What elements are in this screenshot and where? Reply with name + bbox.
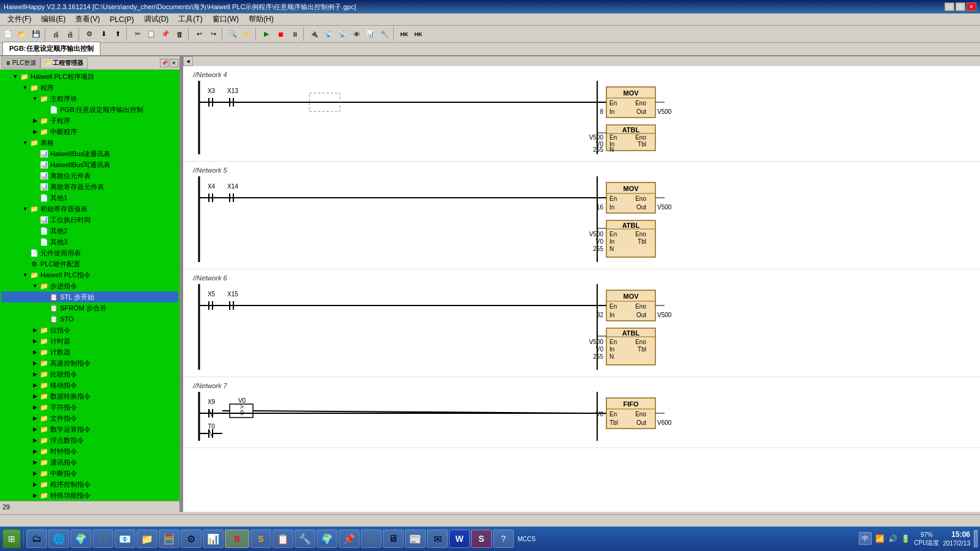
toolbar-btn3[interactable]: ⚡ xyxy=(240,28,254,41)
tree-item-compare[interactable]: ▶ 📁 比较指令 xyxy=(1,369,178,380)
taskbar-app-haiwell[interactable]: S xyxy=(225,530,249,548)
tree-item-hw-config[interactable]: ⚙ PLC硬件配置 xyxy=(1,258,178,269)
toolbar-pause[interactable]: ⏸ xyxy=(288,28,301,41)
toolbar-new[interactable]: 📄 xyxy=(1,28,15,41)
toolbar-btn2[interactable]: 🖨 xyxy=(63,28,77,41)
expander-main[interactable]: ▼ xyxy=(31,94,39,103)
toolbar-stop[interactable]: ⏹ xyxy=(274,28,287,41)
taskbar-app-app8[interactable]: ✉ xyxy=(427,530,448,548)
toolbar-redo[interactable]: ↪ xyxy=(206,28,220,41)
tree-item-transform[interactable]: ▶ 📁 数据转换指令 xyxy=(1,391,178,402)
tree-item-math[interactable]: ▶ 📁 数学运算指令 xyxy=(1,424,178,435)
tree-item-counter[interactable]: ▶ 📁 计数器 xyxy=(1,347,178,358)
taskbar-app-app3[interactable]: 📋 xyxy=(273,530,293,548)
toolbar-paste[interactable]: 📌 xyxy=(159,28,172,41)
tree-item-main[interactable]: ▼ 📁 主程序块 xyxy=(1,93,178,104)
close-button[interactable]: ✕ xyxy=(967,2,976,11)
toolbar-run[interactable]: ▶ xyxy=(260,28,273,41)
taskbar-app-outlook[interactable]: 📧 xyxy=(115,530,135,548)
minimize-button[interactable]: ─ xyxy=(944,2,954,11)
taskbar-app-chart[interactable]: 📊 xyxy=(203,530,224,548)
toolbar-save[interactable]: 💾 xyxy=(29,28,43,41)
tree-item-int[interactable]: ▶ 📁 中断程序 xyxy=(1,126,178,137)
sys-tray-network[interactable]: 📶 xyxy=(875,534,884,543)
tree-item-tables[interactable]: ▼ 📁 表格 xyxy=(1,137,178,148)
taskbar-clock[interactable]: 15:06 2017/2/13 xyxy=(943,530,971,549)
tree-item-comm[interactable]: ▶ 📁 通讯指令 xyxy=(1,457,178,468)
maximize-button[interactable]: □ xyxy=(956,2,965,11)
menu-edit[interactable]: 编辑(E) xyxy=(36,13,70,26)
tree-item-hwbus-w[interactable]: 📊 HaiwellBus写通讯表 xyxy=(1,159,178,170)
toolbar-upload[interactable]: ⬆ xyxy=(111,28,124,41)
tree-item-float[interactable]: ▶ 📁 浮点数指令 xyxy=(1,435,178,446)
tree-item-other1[interactable]: 📄 其他1 xyxy=(1,192,178,203)
tree-item-init-reg[interactable]: ▼ 📁 初始寄存器值表 xyxy=(1,203,178,214)
tree-item-file[interactable]: ▶ 📁 文件指令 xyxy=(1,413,178,424)
tree-item-discrete-elem[interactable]: 📊 离散位元件表 xyxy=(1,170,178,181)
taskbar-app-music[interactable]: 🎶 xyxy=(361,530,382,548)
menu-file[interactable]: 文件(F) xyxy=(2,13,36,26)
tree-item-task-time[interactable]: 📊 工位执行时间 xyxy=(1,214,178,225)
tree-item-special[interactable]: ▶ 📁 特殊功能指令 xyxy=(1,490,178,501)
toolbar-connect[interactable]: 🔌 xyxy=(307,28,321,41)
tree-item-other2[interactable]: 📄 其他2 xyxy=(1,225,178,236)
tree-item-move-instr[interactable]: ▶ 📁 移动指令 xyxy=(1,380,178,391)
toolbar-btn4[interactable]: 📡 xyxy=(322,28,335,41)
taskbar-app-ie[interactable]: 🌐 xyxy=(48,530,69,548)
tree-item-root[interactable]: ▼ 📁 Haiwell PLC程序项目 xyxy=(1,71,178,82)
tree-item-reg-elem[interactable]: 📊 离散寄存器元件表 xyxy=(1,181,178,192)
menu-tools[interactable]: 工具(T) xyxy=(173,13,207,26)
expander-init-reg[interactable]: ▼ xyxy=(21,204,29,213)
taskbar-app-edge[interactable]: 🌍 xyxy=(70,530,91,548)
tree-item-programs[interactable]: ▼ 📁 程序 xyxy=(1,82,178,93)
toolbar-compile[interactable]: ⚙ xyxy=(83,28,96,41)
taskbar-app-files[interactable]: 📁 xyxy=(137,530,157,548)
expander-int[interactable]: ▶ xyxy=(31,127,39,136)
show-desktop-button[interactable] xyxy=(974,530,978,547)
toolbar-cut[interactable]: ✂ xyxy=(130,28,144,41)
expander-hw-instr[interactable]: ▼ xyxy=(21,271,29,279)
toolbar-open[interactable]: 📂 xyxy=(15,28,29,41)
tree-item-sub[interactable]: ▶ 📁 子程序 xyxy=(1,115,178,126)
expander-bit-instr[interactable]: ▶ xyxy=(31,326,39,334)
start-button[interactable]: ⊞ xyxy=(2,529,21,549)
toolbar-copy[interactable]: 📋 xyxy=(145,28,158,41)
tree-item-bit-instr[interactable]: ▶ 📁 位指令 xyxy=(1,324,178,335)
toolbar-print[interactable]: 🖨 xyxy=(49,28,62,41)
toolbar-btn7[interactable]: 🔧 xyxy=(378,28,391,41)
tree-item-elem-usage[interactable]: 📄 元件使用用表 xyxy=(1,247,178,258)
toolbar-btn6[interactable]: 📊 xyxy=(364,28,377,41)
tree-item-clock[interactable]: ▶ 📁 时钟指令 xyxy=(1,446,178,457)
menu-help[interactable]: 帮助(H) xyxy=(244,13,279,26)
taskbar-app-calc[interactable]: 🧮 xyxy=(159,530,179,548)
taskbar-app-media[interactable]: 🎵 xyxy=(92,530,113,548)
taskbar-app-explorer[interactable]: 🗂 xyxy=(26,530,47,548)
expander-step-instr[interactable]: ▼ xyxy=(31,282,39,290)
taskbar-app-app5[interactable]: 📌 xyxy=(339,530,360,548)
taskbar-app-app4[interactable]: 🔧 xyxy=(295,530,315,548)
expander-root[interactable]: ▼ xyxy=(11,72,20,81)
toolbar-delete[interactable]: 🗑 xyxy=(173,28,186,41)
tree-item-stl-start[interactable]: 📋 STL 步开始 xyxy=(1,291,178,302)
tab-plc-resource[interactable]: 🖥 PLC资源 xyxy=(1,58,40,69)
taskbar-app-app9[interactable]: S xyxy=(471,530,492,548)
taskbar-app-settings[interactable]: ⚙ xyxy=(181,530,202,548)
taskbar-app-sw[interactable]: S xyxy=(251,530,271,548)
tree-item-highspeed[interactable]: ▶ 📁 高速控制指令 xyxy=(1,358,178,369)
tree-item-sto[interactable]: 📋 STO xyxy=(1,313,178,324)
toolbar-download[interactable]: ⬇ xyxy=(97,28,110,41)
toolbar-btn8[interactable]: HK xyxy=(398,28,411,41)
scroll-left-btn[interactable]: ◄ xyxy=(183,56,193,66)
tree-container[interactable]: ▼ 📁 Haiwell PLC程序项目 ▼ 📁 程序 ▼ 📁 主程序块 xyxy=(0,70,179,501)
toolbar-monitor[interactable]: 👁 xyxy=(350,28,363,41)
input-method-indicator[interactable]: 中 xyxy=(859,532,872,545)
sys-tray-battery[interactable]: 🔋 xyxy=(901,534,910,543)
diagram-area[interactable]: ◄ //Network 4 X3 xyxy=(183,56,980,512)
menu-plc[interactable]: PLC(P) xyxy=(105,14,138,25)
menu-debug[interactable]: 调试(D) xyxy=(139,13,174,26)
toolbar-btn5[interactable]: 📡 xyxy=(336,28,349,41)
taskbar-app-word[interactable]: W xyxy=(449,530,470,548)
tree-item-interrupt[interactable]: ▶ 📁 中断指令 xyxy=(1,468,178,479)
expander-programs[interactable]: ▼ xyxy=(21,83,29,92)
tree-item-timer[interactable]: ▶ 📁 计时器 xyxy=(1,335,178,347)
